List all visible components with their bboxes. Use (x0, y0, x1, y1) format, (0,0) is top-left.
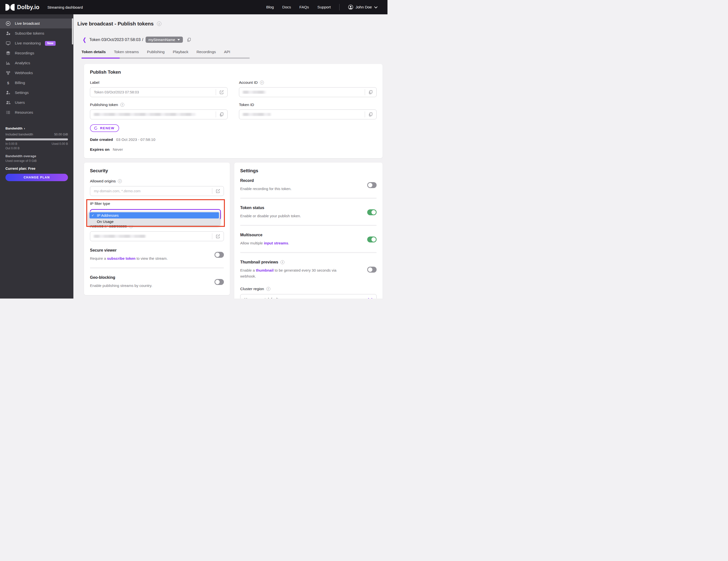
edit-allowed-ips-icon[interactable] (212, 234, 224, 239)
sidebar-item-live-broadcast[interactable]: Live broadcast (0, 19, 73, 28)
copy-stream-name-icon[interactable] (187, 37, 192, 42)
thumbnail-link[interactable]: thumbnail (256, 268, 274, 272)
token-id-field[interactable] (239, 109, 377, 119)
top-nav: Blog Docs FAQs Support John Doe (266, 4, 378, 10)
allowed-origins-info-icon[interactable]: i (118, 179, 122, 183)
sidebar-item-recordings[interactable]: Recordings (0, 48, 73, 58)
date-created-label: Date created (90, 137, 113, 142)
subscribe-token-link[interactable]: subscribe token (107, 256, 135, 260)
nav-faqs[interactable]: FAQs (300, 5, 309, 9)
tab-token-streams[interactable]: Token streams (114, 49, 139, 58)
record-toggle[interactable] (367, 182, 377, 188)
settings-card: Settings Record Enable recording for thi… (234, 163, 383, 299)
publishing-token-field[interactable] (90, 109, 228, 119)
geo-blocking-title: Geo-blocking (90, 275, 152, 280)
divider (240, 252, 377, 253)
sidebar-item-label: Users (15, 100, 25, 105)
breadcrumb-separator: / (142, 37, 143, 42)
allowed-ip-addresses-field[interactable] (90, 231, 224, 241)
current-plan: Current plan: Free (5, 167, 68, 171)
record-title: Record (240, 178, 292, 183)
input-streams-link[interactable]: input streams (264, 241, 288, 245)
copy-token-id-icon[interactable] (365, 112, 376, 117)
sidebar-item-label: Subscribe tokens (15, 31, 44, 36)
publish-token-title: Publish Token (90, 69, 377, 75)
token-status-title: Token status (240, 206, 301, 210)
redacted-publishing-token (94, 113, 195, 116)
sidebar-item-live-monitoring[interactable]: Live monitoring New (0, 38, 73, 48)
label-field-value: Token 03/Oct/2023 07:58:03 (90, 90, 216, 94)
back-chevron-icon[interactable]: ❮ (83, 37, 86, 42)
geo-blocking-toggle[interactable] (214, 279, 224, 285)
page-info-icon[interactable]: i (157, 22, 161, 26)
edit-allowed-origins-icon[interactable] (212, 189, 224, 194)
sidebar-item-settings[interactable]: Settings (0, 88, 73, 98)
tab-publishing[interactable]: Publishing (147, 49, 165, 58)
chevron-down-icon (374, 6, 378, 8)
top-bar: Dolby.io Streaming dashboard Blog Docs F… (0, 0, 387, 14)
sidebar-item-subscribe-tokens[interactable]: Subscribe tokens (0, 28, 73, 38)
token-status-toggle[interactable] (367, 209, 377, 215)
thumbnail-previews-toggle[interactable] (367, 267, 377, 273)
sidebar-item-label: Analytics (15, 61, 30, 65)
thumbnail-previews-info-icon[interactable]: i (280, 260, 284, 264)
multisource-toggle[interactable] (367, 237, 377, 242)
divider (240, 198, 377, 199)
token-status-row: Token status Enable or disable your publ… (240, 206, 377, 219)
sidebar-item-resources[interactable]: Resources (0, 108, 73, 117)
sidebar-item-label: Live broadcast (15, 21, 40, 26)
user-menu[interactable]: John Doe (348, 4, 378, 10)
copy-publishing-token-icon[interactable] (216, 112, 227, 117)
cluster-region-info-icon[interactable]: i (266, 287, 270, 291)
tab-api[interactable]: API (224, 49, 230, 58)
option-on-usage[interactable]: On Usage (89, 218, 219, 225)
stream-name-dropdown[interactable]: myStreamName (146, 37, 183, 43)
sidebar-item-users[interactable]: Users (0, 98, 73, 108)
sidebar-scrollbar[interactable] (72, 18, 73, 44)
renew-icon (94, 126, 98, 130)
security-card: Security Allowed origins i my-domain.com… (84, 163, 230, 295)
redacted-account-id (243, 90, 266, 94)
tab-playback[interactable]: Playback (173, 49, 188, 58)
account-id-info-icon[interactable]: i (260, 81, 264, 85)
page-title: Live broadcast - Publish tokens (77, 21, 154, 27)
nav-support[interactable]: Support (317, 5, 331, 9)
users-icon (5, 100, 11, 106)
change-plan-button[interactable]: CHANGE PLAN (5, 174, 68, 181)
account-id-field[interactable] (239, 87, 377, 97)
copy-account-id-icon[interactable] (365, 90, 376, 95)
allowed-origins-field[interactable]: my-domain.com, *.demo.com (90, 186, 224, 196)
bandwidth-title[interactable]: Bandwidth › (5, 127, 68, 130)
monitor-icon (5, 40, 11, 46)
nav-blog[interactable]: Blog (266, 5, 274, 9)
secure-viewer-toggle[interactable] (214, 252, 224, 258)
avatar-icon (348, 4, 353, 10)
sidebar-item-webhooks[interactable]: Webhooks (0, 68, 73, 78)
cluster-region-value: Use account default (244, 297, 278, 299)
nav-docs[interactable]: Docs (282, 5, 291, 9)
expires-on-label: Expires on (90, 147, 109, 152)
label-field[interactable]: Token 03/Oct/2023 07:58:03 (90, 87, 228, 97)
sidebar-item-label: Webhooks (15, 71, 33, 75)
brand: Dolby.io Streaming dashboard (5, 4, 83, 11)
edit-label-icon[interactable] (216, 90, 227, 95)
sidebar-item-billing[interactable]: $ Billing (0, 78, 73, 88)
breadcrumb-token: Token 03/Oct/2023 07:58:03 (89, 37, 141, 42)
user-name: John Doe (356, 5, 372, 9)
secure-viewer-title: Secure viewer (90, 248, 168, 253)
sidebar: Live broadcast Subscribe tokens (0, 14, 73, 299)
bandwidth-out: Out 0.00 B (5, 147, 68, 150)
renew-button[interactable]: RENEW (90, 124, 119, 132)
sidebar-item-analytics[interactable]: Analytics (0, 58, 73, 68)
breadcrumb: ❮ Token 03/Oct/2023 07:58:03 / myStreamN… (82, 37, 383, 43)
divider (240, 225, 377, 226)
app-window: Dolby.io Streaming dashboard Blog Docs F… (0, 0, 387, 299)
publishing-token-info-icon[interactable]: i (120, 103, 124, 107)
resources-icon (5, 109, 11, 115)
tab-recordings[interactable]: Recordings (196, 49, 216, 58)
bandwidth-in: In 0.00 B (5, 142, 17, 146)
option-ip-addresses[interactable]: ✓ IP Addresses (89, 212, 219, 218)
included-bandwidth-value: 50.00 GiB (54, 133, 68, 136)
tab-token-details[interactable]: Token details (82, 49, 106, 58)
cluster-region-select[interactable]: Use account default (240, 294, 377, 299)
